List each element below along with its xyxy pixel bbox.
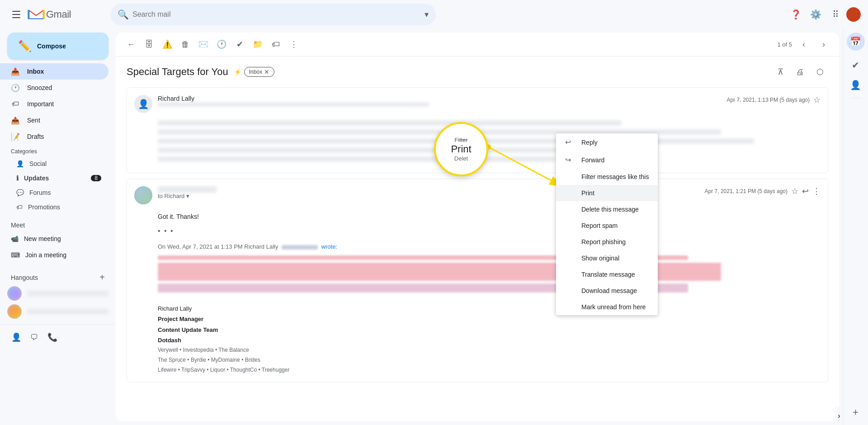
compose-plus-icon: ✏️: [18, 40, 32, 52]
sender-info-1: Richard Lally: [158, 95, 722, 107]
snooze-button[interactable]: 🕐: [213, 36, 230, 52]
sidebar-item-sent[interactable]: 📤 Sent: [0, 112, 108, 128]
right-panel-contacts-button[interactable]: 👤: [847, 76, 865, 94]
sidebar-item-drafts[interactable]: 📝 Drafts: [0, 128, 108, 145]
sidebar-item-forums[interactable]: 💬 Forums: [0, 185, 108, 200]
compose-button[interactable]: ✏️ Compose: [7, 33, 108, 60]
inbox-icon: 📥: [11, 67, 20, 76]
sidebar-chat-icon[interactable]: 🗩: [25, 328, 43, 346]
more-actions-button[interactable]: ⋮: [286, 36, 302, 52]
hangout-avatar-2: [7, 304, 22, 319]
sidebar-item-label: Promotions: [28, 203, 60, 211]
task-button[interactable]: ✔: [231, 36, 248, 52]
back-button[interactable]: ←: [123, 36, 139, 52]
star-button-2[interactable]: ☆: [791, 186, 798, 196]
meet-section-label: Meet: [0, 220, 116, 231]
sidebar-item-promotions[interactable]: 🏷 Promotions: [0, 200, 108, 214]
sidebar-item-updates[interactable]: ℹ Updates 8: [0, 171, 108, 185]
settings-button[interactable]: ⚙️: [807, 5, 825, 24]
more-button-2[interactable]: ⋮: [812, 186, 821, 196]
context-menu-spam-label: Report spam: [581, 222, 618, 229]
reply-icon-2[interactable]: ↩: [802, 186, 809, 196]
right-panel-divider: [850, 98, 861, 98]
new-meeting-button[interactable]: 📹 New meeting: [0, 231, 108, 247]
context-menu-spam[interactable]: Report spam: [556, 217, 658, 234]
email-signature: Richard Lally Project Manager Content Up…: [158, 303, 821, 375]
sidebar-item-snoozed[interactable]: 🕐 Snoozed: [0, 80, 108, 96]
sidebar-item-important[interactable]: 🏷 Important: [0, 96, 108, 112]
compose-label: Compose: [37, 42, 66, 50]
context-menu-filter[interactable]: Filter messages like this: [556, 169, 658, 185]
collapse-all-button[interactable]: ⊼: [772, 64, 788, 80]
sig-title: Project Manager: [158, 314, 821, 324]
person-icon-1: 👤: [138, 99, 149, 109]
right-panel-meet-button[interactable]: 📅: [847, 33, 865, 51]
quoted-email-blur: [282, 245, 318, 250]
avatar[interactable]: [846, 7, 861, 22]
label-button[interactable]: 🏷: [268, 36, 284, 52]
help-button[interactable]: ❓: [787, 5, 805, 24]
sidebar-item-social[interactable]: 👤 Social: [0, 156, 108, 171]
open-new-window-button[interactable]: ⬡: [812, 64, 828, 80]
delete-button[interactable]: 🗑: [177, 36, 193, 52]
sidebar-item-inbox[interactable]: 📥 Inbox: [0, 63, 108, 80]
right-panel-add-button[interactable]: +: [847, 403, 865, 421]
prev-email-button[interactable]: ‹: [796, 36, 812, 52]
archive-button[interactable]: 🗄: [141, 36, 157, 52]
topbar-right: ❓ ⚙️ ⠿: [787, 5, 861, 24]
context-menu-delete-label: Delete this message: [581, 206, 639, 213]
annotation-below-text: Delet: [454, 155, 468, 162]
report-spam-button[interactable]: ⚠️: [159, 36, 175, 52]
context-menu-reply-label: Reply: [581, 139, 598, 146]
next-email-button[interactable]: ›: [816, 36, 832, 52]
context-menu-download[interactable]: Download message: [556, 283, 658, 299]
right-panel-collapse-button[interactable]: ›: [835, 407, 843, 425]
sidebar-call-icon[interactable]: 📞: [43, 328, 61, 346]
move-to-button[interactable]: 📁: [250, 36, 266, 52]
mark-unread-button[interactable]: ✉️: [195, 36, 212, 52]
sig-sites-1: Verywell • Investopedia • The Balance: [158, 345, 821, 355]
apps-button[interactable]: ⠿: [826, 5, 844, 24]
context-menu-delete[interactable]: Delete this message: [556, 201, 658, 217]
context-menu-print-label: Print: [581, 189, 594, 197]
context-menu-reply[interactable]: ↩ Reply: [556, 133, 658, 151]
sig-sites-2: The Spruce • Byrdie • MyDomaine • Brides: [158, 355, 821, 365]
context-menu-original-label: Show original: [581, 255, 619, 262]
email-message-1-header: 👤 Richard Lally Apr 7, 2021, 1:13 PM (5 …: [127, 88, 828, 120]
context-menu-translate[interactable]: Translate message: [556, 266, 658, 283]
context-menu-filter-label: Filter messages like this: [581, 173, 649, 180]
message-meta-2: Apr 7, 2021, 1:21 PM (5 days ago) ☆ ↩ ⋮: [705, 186, 821, 196]
updates-badge: 8: [91, 175, 101, 181]
context-menu-forward[interactable]: ↪ Forward: [556, 151, 658, 169]
hangouts-section: Hangouts +: [0, 265, 116, 322]
sender-avatar-blur-2: [134, 186, 152, 204]
got-it-text: Got it. Thanks!: [158, 212, 821, 222]
chevron-down-icon-2: ▾: [186, 193, 189, 199]
star-button-1[interactable]: ☆: [813, 95, 821, 105]
search-expand-icon[interactable]: ▾: [425, 9, 429, 19]
hamburger-menu-button[interactable]: [7, 5, 25, 24]
context-menu-phishing[interactable]: Report phishing: [556, 234, 658, 250]
join-meeting-button[interactable]: ⌨ Join a meeting: [0, 247, 108, 263]
hangout-item-1[interactable]: [0, 284, 116, 302]
email-subject: Special Targets for You: [127, 66, 228, 78]
context-menu-print[interactable]: Print: [556, 185, 658, 201]
context-menu-mark-unread[interactable]: Mark unread from here: [556, 299, 658, 315]
message-meta-1: Apr 7, 2021, 1:13 PM (5 days ago) ☆: [727, 95, 821, 105]
expand-dots[interactable]: • • •: [158, 225, 821, 237]
hangouts-section-label: Hangouts +: [0, 270, 116, 284]
hangout-item-2[interactable]: [0, 302, 116, 321]
hangouts-add-button[interactable]: +: [99, 272, 105, 283]
sidebar-people-icon[interactable]: 👤: [7, 328, 25, 346]
search-bar-inner: 🔍 ▾: [110, 4, 436, 25]
search-input[interactable]: [132, 10, 421, 19]
print-button[interactable]: 🖨: [792, 64, 808, 80]
context-menu-original[interactable]: Show original: [556, 250, 658, 266]
right-panel-tasks-button[interactable]: ✔: [847, 56, 865, 74]
forums-icon: 💬: [16, 189, 24, 196]
annotation-main-text: Print: [451, 143, 471, 155]
sidebar: ✏️ Compose 📥 Inbox 🕐 Snoozed 🏷 Important…: [0, 29, 116, 425]
chevron-left-icon: ›: [838, 412, 840, 420]
remove-inbox-badge-button[interactable]: ✕: [264, 68, 269, 76]
hangout-avatar-1: [7, 286, 22, 301]
